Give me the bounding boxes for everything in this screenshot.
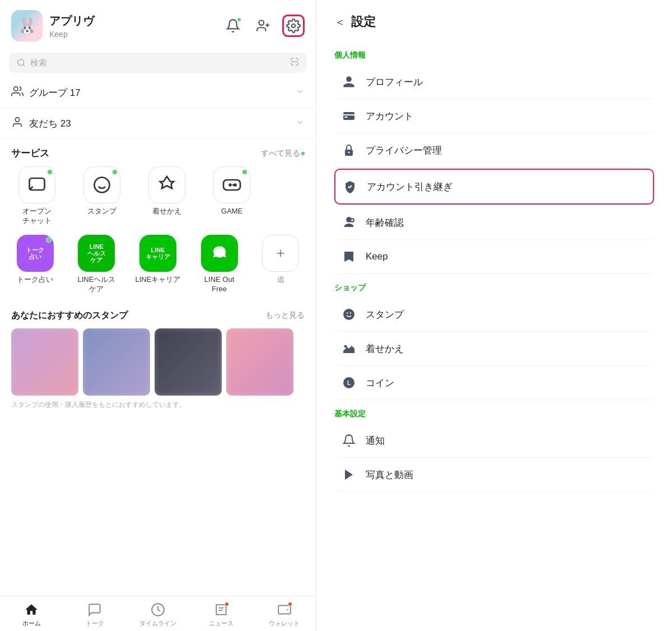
svg-rect-26	[344, 117, 348, 118]
nav-home[interactable]: ホーム	[0, 602, 63, 628]
theme-shop-label: 着せかえ	[366, 342, 404, 355]
svg-point-7	[14, 87, 18, 91]
svg-marker-38	[348, 435, 349, 436]
game-dot	[242, 169, 248, 175]
profile-label: プロフィール	[366, 76, 423, 89]
profile-info: アプリヴ Keep	[49, 13, 215, 39]
right-panel: ＜ 設定 個人情報 プロフィール アカウント	[316, 0, 672, 631]
settings-transfer[interactable]: アカウント引き継ぎ	[334, 169, 654, 205]
services-row1: オープンチャット スタンプ 着せかえ	[0, 164, 316, 233]
transfer-icon	[341, 178, 359, 196]
notification-dot	[237, 17, 241, 22]
nav-news[interactable]: ニュース	[189, 602, 253, 628]
service-stamp[interactable]: スタンプ	[72, 166, 132, 226]
keep-label: Keep	[366, 251, 388, 262]
groups-row[interactable]: グループ 17	[0, 77, 316, 108]
transfer-label: アカウント引き継ぎ	[367, 180, 452, 193]
services-title: サービス	[11, 147, 261, 160]
settings-photos[interactable]: 写真と動画	[334, 458, 654, 492]
stamp-label: スタンプ	[87, 207, 116, 216]
game-label: GAME	[221, 207, 242, 216]
stamp-item-1[interactable]	[11, 328, 78, 396]
nav-timeline[interactable]: タイムライン	[127, 602, 190, 628]
service-health[interactable]: LINEヘルスケア LINEヘルスケア	[68, 235, 125, 294]
settings-account[interactable]: アカウント	[334, 99, 654, 133]
nav-timeline-label: タイムライン	[139, 619, 176, 628]
settings-privacy[interactable]: プライバシー管理	[334, 133, 654, 168]
service-add[interactable]: 追	[252, 235, 309, 285]
settings-age[interactable]: 年齢確認	[334, 206, 654, 240]
svg-rect-23	[278, 605, 291, 614]
friends-icon	[11, 116, 24, 131]
settings-keep[interactable]: Keep	[334, 240, 654, 274]
service-openchat[interactable]: オープンチャット	[7, 166, 67, 226]
svg-point-34	[350, 312, 351, 313]
friends-chevron	[296, 118, 305, 129]
profile-name: アプリヴ	[49, 13, 215, 29]
left-panel: 🐰 アプリヴ Keep	[0, 0, 316, 631]
account-label: アカウント	[366, 110, 413, 123]
header-icons	[222, 15, 305, 37]
profile-icon	[340, 73, 358, 91]
svg-point-10	[95, 178, 110, 193]
photos-icon	[340, 466, 358, 484]
friends-row[interactable]: 友だち 23	[0, 108, 316, 139]
stamp-shop-label: スタンプ	[366, 308, 404, 321]
nav-home-label: ホーム	[22, 619, 41, 628]
header: 🐰 アプリヴ Keep	[0, 0, 316, 48]
health-label: LINEヘルスケア	[77, 275, 115, 294]
nav-wallet-label: ウォレット	[269, 619, 300, 628]
toku-label: トーク占い	[17, 275, 53, 285]
svg-point-0	[259, 20, 264, 25]
settings-profile[interactable]: プロフィール	[334, 65, 654, 99]
nav-news-label: ニュース	[209, 619, 234, 628]
svg-point-32	[343, 309, 354, 320]
privacy-label: プライバシー管理	[366, 144, 442, 157]
search-placeholder: 検索	[30, 58, 286, 68]
settings-theme-shop[interactable]: 着せかえ	[334, 332, 654, 366]
openchat-label: オープンチャット	[22, 207, 52, 226]
account-icon	[340, 107, 358, 125]
groups-chevron	[296, 87, 305, 98]
avatar: 🐰	[11, 10, 43, 41]
svg-point-8	[15, 118, 19, 122]
see-all-button[interactable]: すべて見る	[261, 149, 305, 159]
scan-icon[interactable]	[290, 57, 299, 68]
service-lineout[interactable]: LINE OutFree	[191, 235, 248, 294]
nav-talk[interactable]: トーク	[63, 602, 127, 628]
settings-title: 設定	[351, 13, 376, 30]
svg-point-35	[344, 345, 347, 348]
add-service-icon	[262, 235, 299, 272]
add-friend-button[interactable]	[252, 15, 274, 37]
settings-back-button[interactable]: ＜	[334, 15, 346, 30]
stamp-item-3[interactable]	[155, 328, 222, 396]
stamp-item-2[interactable]	[83, 328, 150, 396]
stamps-more-button[interactable]: もっと見る	[265, 310, 305, 321]
stamp-dot	[112, 169, 118, 175]
settings-notification[interactable]: 通知	[334, 424, 654, 458]
notification-label: 通知	[366, 434, 385, 447]
stamp-shop-icon	[340, 305, 358, 323]
notification-button[interactable]	[222, 15, 244, 37]
groups-icon	[11, 85, 24, 100]
settings-stamp-shop[interactable]: スタンプ	[334, 298, 654, 332]
settings-coin[interactable]: L コイン	[334, 366, 654, 400]
search-bar[interactable]: 検索	[9, 53, 307, 73]
settings-button[interactable]	[282, 15, 305, 37]
svg-line-5	[23, 64, 25, 66]
service-toku[interactable]: トーク占い トーク占い	[7, 235, 64, 285]
stamps-title: あなたにおすすめのスタンプ	[11, 310, 265, 322]
photos-label: 写真と動画	[366, 468, 413, 481]
theme-label: 着せかえ	[152, 207, 181, 216]
service-theme[interactable]: 着せかえ	[137, 166, 197, 226]
openchat-dot	[47, 169, 53, 175]
svg-point-17	[233, 184, 234, 185]
stamp-item-4[interactable]	[226, 328, 293, 396]
service-game[interactable]: GAME	[202, 166, 262, 226]
section-title-basic: 基本設定	[334, 409, 654, 419]
service-career[interactable]: LINEキャリア LINEキャリア	[129, 235, 186, 285]
services-header: サービス すべて見る	[0, 139, 316, 164]
profile-sub: Keep	[49, 30, 215, 39]
privacy-icon	[340, 141, 358, 159]
nav-wallet[interactable]: ウォレット	[253, 602, 316, 628]
